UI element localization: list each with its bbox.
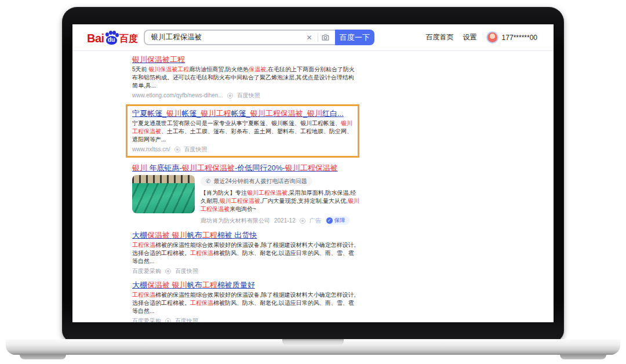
- ad-description: 【肖为防火】专注银川工程保温被,采用加厚面料,防水保温,经久耐用,银川工程保温被…: [201, 189, 359, 213]
- highlighted-keyword: 银川: [307, 109, 322, 118]
- result-title-link[interactable]: 银川保温被工程: [132, 54, 359, 64]
- highlighted-keyword: 保温被: [249, 66, 266, 72]
- ad-thumbnail-image[interactable]: [132, 175, 195, 213]
- logo-text-du: du: [108, 36, 115, 43]
- highlighted-keyword: 银川: [166, 109, 181, 118]
- clear-icon[interactable]: ✕: [304, 34, 315, 42]
- search-result: 大棚保温被 银川帆布工程棉被质量好工程保温棉被的保温性能综合效果较好的保温设备,…: [132, 280, 359, 322]
- search-bar: ✕ 百度一下: [144, 30, 374, 45]
- snapshot-link[interactable]: 百度快照: [175, 267, 198, 275]
- result-title-link[interactable]: 大棚保温被 银川帆布工程棉被质量好: [132, 280, 359, 290]
- ad-content-row: ✆最近24分钟前有人拨打电话咨询问题【肖为防火】专注银川工程保温被,采用加厚面料…: [132, 175, 359, 225]
- plain-text: 帆布: [187, 231, 202, 239]
- highlighted-keyword: 工程保温: [132, 292, 155, 298]
- plain-text: 帐篷_: [231, 109, 250, 118]
- plain-text: 【肖为防火】专注: [201, 190, 247, 196]
- avatar: [486, 31, 498, 43]
- check-icon: ✓: [326, 217, 333, 224]
- highlighted-keyword: 工程保温: [190, 250, 213, 256]
- plain-text: 棉被质量好: [217, 281, 255, 289]
- plain-text: 棉被 出货快: [217, 231, 257, 239]
- ad-text-column: ✆最近24分钟前有人拨打电话咨询问题【肖为防火】专注银川工程保温被,采用加厚面料…: [201, 175, 359, 225]
- highlighted-keyword: 工程: [202, 281, 217, 289]
- plain-text: -价低同行20%-: [235, 163, 285, 172]
- input-divider: [318, 33, 318, 42]
- logo-text-cn: 百度: [119, 33, 138, 45]
- highlighted-keyword: 工程保温: [190, 300, 213, 306]
- guarantee-label: 保障: [334, 217, 345, 224]
- plain-text: 大棚: [132, 281, 147, 289]
- result-title-link[interactable]: 大棚保温被 银川帆布工程棉被 出货快: [132, 230, 359, 240]
- laptop-screen: Bai du 百度 ✕ 百度一下: [72, 24, 554, 322]
- plain-text: 宁夏帐篷_: [132, 109, 166, 118]
- source-url: www.nxltss.cn/: [132, 145, 170, 153]
- plain-text: 来电询价~: [230, 206, 256, 212]
- nav-baidu-home[interactable]: 百度首页: [426, 32, 454, 42]
- highlighted-keyword: 银川工程保温被: [182, 163, 235, 172]
- call-activity-note: ✆最近24分钟前有人拨打电话咨询问题: [201, 176, 312, 186]
- plain-text: 大棚: [132, 231, 147, 239]
- snapshot-link[interactable]: 百度快照: [184, 145, 208, 153]
- highlighted-keyword: 工程保温: [132, 242, 155, 248]
- result-snippet: 宁夏龙通晟世工贸有限公司是一家专业从事宁夏帐篷、银川帐篷、银川工程帐篷、银川工程…: [132, 119, 353, 144]
- snapshot-link[interactable]: 百度快照: [175, 317, 198, 322]
- snapshot-link[interactable]: 百度快照: [237, 92, 260, 99]
- result-source-row: 百度爱采购百度快照: [132, 317, 359, 322]
- highlighted-keyword: 银川工程保温被: [285, 163, 338, 172]
- shield-icon: [174, 147, 180, 152]
- account-phone: 177******00: [502, 34, 537, 42]
- laptop-mockup: Bai du 百度 ✕ 百度一下: [0, 0, 626, 364]
- result-source-row: www.etlong.com/qyfb/news-dihen...百度快照: [132, 92, 359, 99]
- plain-text: 、土工布、土工膜、篷布、彩条布、盖土网、塑料布、工程地膜、防尘网、遮阳网等产..…: [132, 128, 352, 143]
- plain-text: 帐篷_: [181, 109, 201, 118]
- header-right-nav: 百度首页 设置 177******00: [426, 31, 537, 43]
- plain-text: 年底钜惠-: [147, 163, 182, 172]
- search-result: 宁夏帐篷_银川帐篷_银川工程帐篷_银川工程保温被_银川红白...宁夏龙通晟世工贸…: [126, 104, 359, 158]
- laptop-foot-right: [560, 354, 606, 359]
- laptop-base: [6, 339, 620, 355]
- highlighted-keyword: 银川保温被工程: [148, 66, 189, 72]
- plain-text: ,厂内大量现货,支持定制,量大从优,: [260, 198, 348, 204]
- result-snippet: 5天前 银川保温被工程廊坊迪恒商贸,防火绝热保温被,在毛毡的上下两面分别粘合了防…: [132, 65, 359, 90]
- highlighted-keyword: 保温被: [147, 281, 170, 289]
- ad-date: 2021-12: [274, 217, 296, 224]
- ad-label: 广告: [310, 217, 321, 225]
- highlighted-keyword: 银川: [172, 281, 187, 289]
- laptop-notch: [282, 339, 344, 346]
- search-input[interactable]: [151, 34, 304, 42]
- baidu-paw-icon: du: [104, 31, 119, 45]
- highlighted-keyword: 银川工程保温被: [250, 109, 303, 118]
- highlighted-keyword: 工程: [202, 231, 217, 239]
- highlighted-keyword: 银川保温被工程: [132, 55, 185, 64]
- baidu-logo[interactable]: Bai du 百度: [87, 31, 138, 45]
- plain-text: _: [303, 109, 307, 118]
- source-url: 百度爱采购: [132, 267, 161, 275]
- account-entry[interactable]: 177******00: [486, 31, 537, 43]
- shield-icon: [300, 218, 305, 224]
- baidu-header: Bai du 百度 ✕ 百度一下: [72, 24, 554, 51]
- source-url: 百度爱采购: [132, 317, 161, 322]
- result-source-row: 百度爱采购百度快照: [132, 267, 359, 275]
- plain-text: 廊坊迪恒商贸,防火绝热: [189, 66, 249, 72]
- plain-text: 红白...: [322, 109, 344, 118]
- search-button[interactable]: 百度一下: [335, 30, 374, 45]
- highlighted-keyword: 银川: [132, 163, 147, 172]
- search-result: 银川保温被工程5天前 银川保温被工程廊坊迪恒商贸,防火绝热保温被,在毛毡的上下两…: [132, 54, 359, 99]
- search-results: 银川保温被工程5天前 银川保温被工程廊坊迪恒商贸,防火绝热保温被,在毛毡的上下两…: [72, 51, 362, 322]
- highlighted-keyword: 银川工程保温被: [220, 198, 260, 204]
- plain-text: 帆布: [187, 281, 202, 289]
- search-result-ad: 银川 年底钜惠-银川工程保温被-价低同行20%-银川工程保温被✆最近24分钟前有…: [132, 163, 359, 225]
- camera-icon[interactable]: [321, 33, 330, 42]
- advertiser-name: 廊坊肖为防火材料有限公司: [201, 217, 270, 225]
- shield-icon: [165, 318, 171, 323]
- nav-settings[interactable]: 设置: [463, 32, 477, 42]
- result-snippet: 工程保温棉被的保温性能综合效果较好的保温设备,除了根据建设材料大小确定怎样设计,…: [132, 241, 359, 265]
- guarantee-badge[interactable]: ✓保障: [325, 216, 350, 225]
- highlighted-keyword: 保温被: [147, 231, 170, 239]
- search-box: ✕: [144, 30, 335, 45]
- plain-text: 5天前: [132, 66, 148, 72]
- source-url: www.etlong.com/qyfb/news-dihen...: [132, 92, 223, 99]
- result-title-link[interactable]: 银川 年底钜惠-银川工程保温被-价低同行20%-银川工程保温被: [132, 163, 359, 173]
- highlighted-keyword: 银川: [172, 231, 187, 239]
- result-title-link[interactable]: 宁夏帐篷_银川帐篷_银川工程帐篷_银川工程保温被_银川红白...: [132, 108, 353, 118]
